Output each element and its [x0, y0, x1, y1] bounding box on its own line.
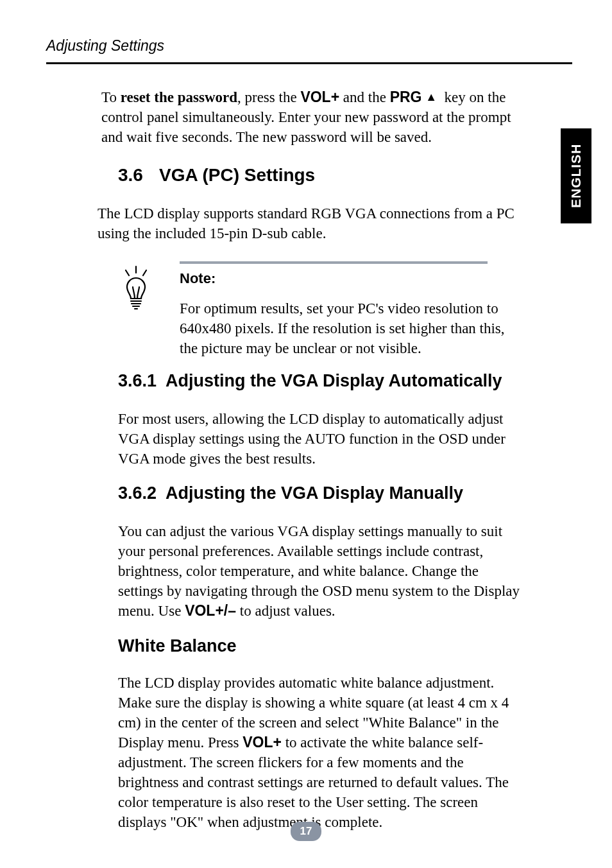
- key-label-volplusminus: VOL+/–: [185, 602, 236, 619]
- text-segment: and the: [339, 89, 390, 105]
- header-rule: [46, 62, 572, 64]
- subsection-heading-3-6-1: 3.6.1Adjusting the VGA Display Automatic…: [118, 371, 572, 391]
- section-heading-3-6: 3.6VGA (PC) Settings: [118, 165, 572, 186]
- note-top-bar: [180, 261, 488, 264]
- note-icon-column: [118, 261, 180, 358]
- text-segment: To: [101, 89, 121, 105]
- section-number: 3.6: [118, 165, 159, 186]
- language-side-tab: ENGLISH: [561, 128, 591, 223]
- svg-line-1: [126, 270, 129, 275]
- triangle-up-icon: ▲: [425, 89, 437, 105]
- page-container: Adjusting Settings ENGLISH To reset the …: [0, 0, 612, 868]
- page-header-title: Adjusting Settings: [46, 37, 572, 55]
- note-text-column: Note: For optimum results, set your PC's…: [180, 261, 514, 358]
- section-title: VGA (PC) Settings: [159, 165, 315, 185]
- key-label-volplus: VOL+: [300, 89, 339, 105]
- subsection-heading-3-6-2: 3.6.2Adjusting the VGA Display Manually: [118, 483, 572, 503]
- page-number-badge: 17: [291, 822, 321, 841]
- auto-adjust-paragraph: For most users, allowing the LCD display…: [118, 409, 521, 469]
- manual-adjust-paragraph: You can adjust the various VGA display s…: [118, 521, 521, 621]
- emphasis-reset-password: reset the password: [121, 89, 237, 105]
- lightbulb-icon: [118, 265, 180, 314]
- subsection-title: Adjusting the VGA Display Manually: [166, 483, 463, 503]
- white-balance-paragraph: The LCD display provides automatic white…: [118, 673, 521, 832]
- subsection-title: Adjusting the VGA Display Automatically: [166, 371, 502, 390]
- note-block: Note: For optimum results, set your PC's…: [118, 261, 514, 358]
- vga-intro-paragraph: The LCD display supports standard RGB VG…: [98, 204, 514, 243]
- subsection-number: 3.6.1: [118, 371, 166, 391]
- subsection-number: 3.6.2: [118, 483, 166, 503]
- text-segment: to adjust values.: [236, 603, 336, 619]
- subheading-white-balance: White Balance: [118, 636, 572, 656]
- svg-line-2: [143, 270, 146, 275]
- text-segment: , press the: [237, 89, 300, 105]
- reset-password-paragraph: To reset the password, press the VOL+ an…: [101, 87, 514, 147]
- key-label-volplus: VOL+: [242, 734, 282, 751]
- note-body-text: For optimum results, set your PC's video…: [180, 299, 514, 358]
- note-label: Note:: [180, 270, 514, 287]
- key-label-prg: PRG: [390, 89, 422, 105]
